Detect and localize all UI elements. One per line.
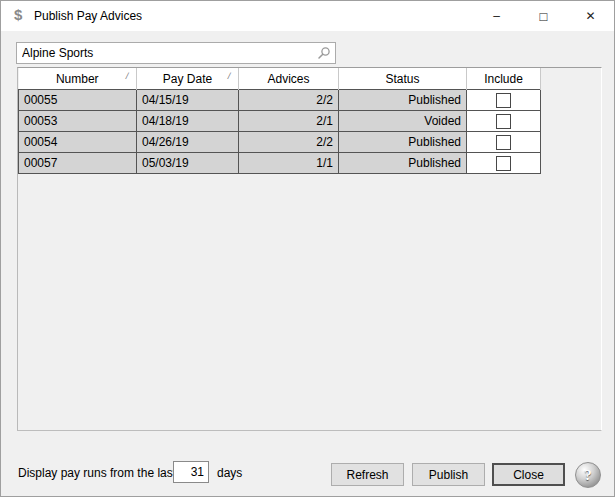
cell-include bbox=[467, 153, 541, 174]
search-icon[interactable] bbox=[317, 46, 331, 60]
cell-advices: 1/1 bbox=[239, 153, 339, 174]
cell-number: 00055 bbox=[19, 90, 137, 111]
publish-pay-advices-dialog: $ Publish Pay Advices – □ ✕ bbox=[0, 0, 615, 497]
close-icon: ✕ bbox=[585, 9, 595, 23]
close-button[interactable]: Close bbox=[492, 463, 565, 486]
cell-status: Published bbox=[339, 132, 467, 153]
cell-number: 00054 bbox=[19, 132, 137, 153]
column-header-number[interactable]: Number / bbox=[19, 68, 137, 90]
column-header-label: Pay Date bbox=[163, 72, 212, 86]
minimize-button[interactable]: – bbox=[473, 1, 520, 31]
sort-ascending-icon: / bbox=[227, 71, 232, 81]
include-checkbox[interactable] bbox=[496, 114, 511, 129]
cell-include bbox=[467, 90, 541, 111]
cell-pay-date: 05/03/19 bbox=[137, 153, 239, 174]
cell-advices: 2/1 bbox=[239, 111, 339, 132]
table-row[interactable]: 00054 04/26/19 2/2 Published bbox=[19, 132, 541, 153]
cell-pay-date: 04/26/19 bbox=[137, 132, 239, 153]
cell-include bbox=[467, 111, 541, 132]
minimize-icon: – bbox=[493, 9, 500, 23]
include-checkbox[interactable] bbox=[496, 135, 511, 150]
table-row[interactable]: 00053 04/18/19 2/1 Voided bbox=[19, 111, 541, 132]
sort-ascending-icon: / bbox=[125, 71, 130, 81]
window-title: Publish Pay Advices bbox=[34, 9, 142, 23]
cell-number: 00057 bbox=[19, 153, 137, 174]
cell-pay-date: 04/15/19 bbox=[137, 90, 239, 111]
cell-pay-date: 04/18/19 bbox=[137, 111, 239, 132]
display-pay-runs-label: Display pay runs from the last bbox=[18, 466, 176, 480]
table-row[interactable]: 00055 04/15/19 2/2 Published bbox=[19, 90, 541, 111]
include-checkbox[interactable] bbox=[496, 156, 511, 171]
dollar-app-icon: $ bbox=[14, 6, 22, 23]
window-controls: – □ ✕ bbox=[473, 1, 614, 31]
cell-status: Published bbox=[339, 153, 467, 174]
publish-button[interactable]: Publish bbox=[412, 463, 485, 486]
help-button[interactable]: ? bbox=[575, 462, 601, 488]
days-suffix-label: days bbox=[217, 466, 242, 480]
column-header-status[interactable]: Status bbox=[339, 68, 467, 90]
table-row[interactable]: 00057 05/03/19 1/1 Published bbox=[19, 153, 541, 174]
cell-status: Voided bbox=[339, 111, 467, 132]
pay-runs-table: Number / Pay Date / Advices Status Inclu bbox=[18, 68, 541, 174]
column-header-label: Number bbox=[56, 72, 99, 86]
question-mark-icon: ? bbox=[584, 467, 592, 484]
column-header-label: Include bbox=[484, 72, 523, 86]
cell-advices: 2/2 bbox=[239, 90, 339, 111]
cell-number: 00053 bbox=[19, 111, 137, 132]
column-header-label: Advices bbox=[267, 72, 309, 86]
include-checkbox[interactable] bbox=[496, 93, 511, 108]
title-bar: $ Publish Pay Advices – □ ✕ bbox=[1, 1, 614, 31]
search-field-wrap bbox=[16, 42, 336, 64]
maximize-icon: □ bbox=[540, 9, 548, 24]
column-header-advices[interactable]: Advices bbox=[239, 68, 339, 90]
column-header-label: Status bbox=[385, 72, 419, 86]
column-header-pay-date[interactable]: Pay Date / bbox=[137, 68, 239, 90]
cell-advices: 2/2 bbox=[239, 132, 339, 153]
column-header-include[interactable]: Include bbox=[467, 68, 541, 90]
close-window-button[interactable]: ✕ bbox=[567, 1, 614, 31]
cell-include bbox=[467, 132, 541, 153]
search-input[interactable] bbox=[16, 42, 336, 64]
refresh-button[interactable]: Refresh bbox=[331, 463, 404, 486]
days-input[interactable] bbox=[173, 461, 209, 483]
pay-runs-grid-panel: Number / Pay Date / Advices Status Inclu bbox=[17, 67, 602, 431]
maximize-button[interactable]: □ bbox=[520, 1, 567, 31]
cell-status: Published bbox=[339, 90, 467, 111]
table-header-row: Number / Pay Date / Advices Status Inclu bbox=[19, 68, 541, 90]
